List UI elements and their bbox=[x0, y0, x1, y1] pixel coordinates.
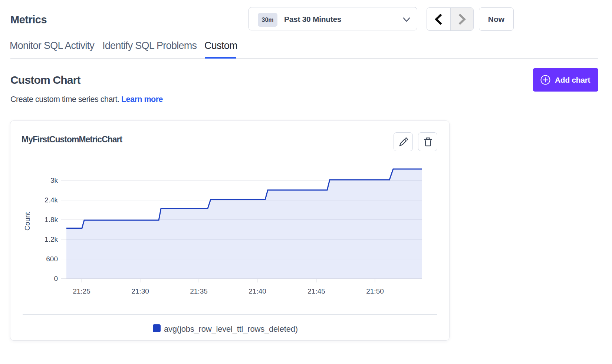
svg-text:Count: Count bbox=[23, 212, 31, 231]
svg-text:600: 600 bbox=[46, 255, 58, 263]
svg-text:1.2k: 1.2k bbox=[45, 235, 58, 243]
svg-text:21:40: 21:40 bbox=[249, 287, 266, 295]
svg-text:21:25: 21:25 bbox=[73, 287, 91, 295]
svg-text:21:35: 21:35 bbox=[190, 287, 208, 295]
svg-text:1.8k: 1.8k bbox=[45, 216, 58, 224]
svg-text:3k: 3k bbox=[50, 176, 58, 184]
svg-text:21:50: 21:50 bbox=[366, 287, 384, 295]
svg-text:0: 0 bbox=[54, 275, 58, 282]
svg-text:2.4k: 2.4k bbox=[45, 196, 58, 204]
svg-text:21:45: 21:45 bbox=[307, 287, 325, 295]
svg-text:21:30: 21:30 bbox=[131, 287, 149, 295]
